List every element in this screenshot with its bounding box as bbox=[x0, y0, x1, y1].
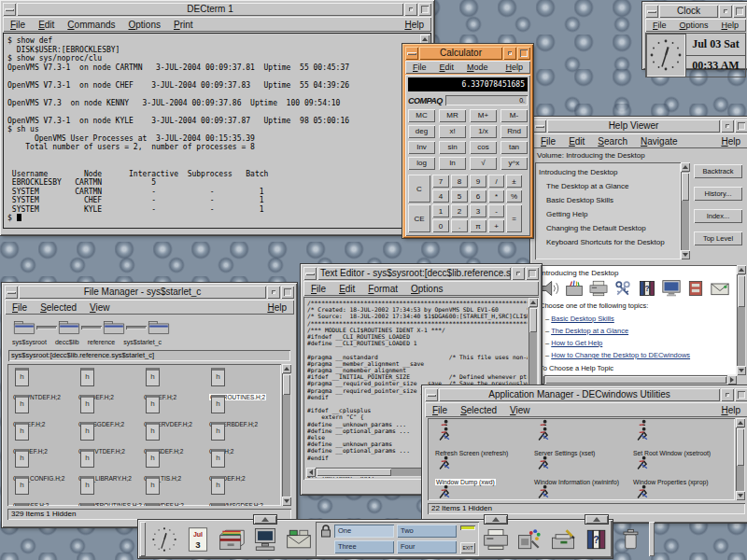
calc-key-π[interactable]: π bbox=[470, 219, 486, 232]
menu-view[interactable]: View bbox=[510, 405, 530, 415]
calc-key-mc[interactable]: MC bbox=[408, 109, 435, 122]
calc-key-√[interactable]: √ bbox=[470, 157, 497, 170]
folder-icon[interactable] bbox=[147, 319, 171, 336]
terminal-icon[interactable] bbox=[248, 524, 282, 555]
calc-key-inv[interactable]: Inv bbox=[408, 141, 435, 154]
menu-options[interactable]: Options bbox=[680, 21, 709, 30]
file-item[interactable]: hCONVMSGDEF.H;2 bbox=[209, 476, 275, 503]
calc-key-mul[interactable]: * bbox=[488, 189, 504, 203]
minimize-button[interactable] bbox=[719, 5, 732, 18]
minimize-button[interactable] bbox=[404, 3, 417, 16]
calc-key-4[interactable]: 4 bbox=[432, 189, 449, 203]
scroll-down-icon[interactable] bbox=[282, 497, 291, 506]
folder-icon[interactable] bbox=[57, 319, 81, 336]
calc-key-log[interactable]: log bbox=[408, 157, 435, 170]
file-item[interactable]: h bbox=[144, 503, 209, 506]
maximize-button[interactable] bbox=[733, 5, 746, 18]
calc-key-sin[interactable]: sin bbox=[439, 141, 466, 154]
scroll-up-icon[interactable] bbox=[282, 364, 291, 373]
terminal-text[interactable]: $ show def DISK$USER:[EBROCKLESBY] $ sho… bbox=[7, 36, 417, 226]
file-item[interactable]: h bbox=[13, 503, 78, 506]
menu-mode[interactable]: Mode bbox=[467, 63, 488, 72]
file-item[interactable]: hCHPDEF.H;2 bbox=[78, 368, 144, 395]
menu-search[interactable]: Search bbox=[598, 136, 627, 147]
menu-help[interactable]: Help bbox=[721, 136, 740, 147]
app-grid-scrollbar[interactable] bbox=[736, 418, 745, 500]
file-item[interactable]: hCMA_LIBRARY.H;2 bbox=[78, 449, 144, 476]
menu-edit[interactable]: Edit bbox=[339, 284, 355, 294]
calc-key-1/x[interactable]: 1/x bbox=[470, 125, 497, 138]
maximize-button[interactable] bbox=[735, 388, 747, 401]
titlebar[interactable]: DECterm 1 bbox=[3, 3, 431, 16]
scroll-up-icon[interactable] bbox=[529, 298, 538, 307]
terminal-viewport[interactable]: $ show def DISK$USER:[EBROCKLESBY] $ sho… bbox=[3, 33, 431, 229]
file-item[interactable]: hCLIMSGDEF.H;2 bbox=[78, 395, 144, 422]
file-item[interactable]: hCLIVERBDEF.H;2 bbox=[209, 395, 275, 422]
calc-key-m-[interactable]: M- bbox=[500, 109, 528, 122]
menu-commands[interactable]: Commands bbox=[67, 20, 115, 30]
help-books-icon[interactable]: ? bbox=[580, 524, 613, 555]
scrollbar-thumb[interactable] bbox=[317, 469, 391, 476]
calc-key-2[interactable]: 2 bbox=[451, 204, 468, 217]
file-item[interactable]: h bbox=[78, 503, 144, 506]
lock-icon[interactable] bbox=[319, 524, 332, 539]
calc-key-x![interactable]: x! bbox=[439, 125, 466, 138]
calc-key-c[interactable]: C bbox=[408, 175, 430, 203]
file-item[interactable]: hCLIDEF.H;2 bbox=[13, 395, 78, 422]
file-item[interactable]: hCIADEF.H;2 bbox=[144, 368, 209, 395]
window-menu-button[interactable] bbox=[5, 286, 18, 299]
menu-file[interactable]: File bbox=[541, 136, 556, 147]
menu-navigate[interactable]: Navigate bbox=[641, 136, 677, 147]
calc-key-6[interactable]: 6 bbox=[470, 189, 486, 203]
application-item[interactable] bbox=[534, 418, 633, 426]
help-link[interactable]: How to Get Help bbox=[551, 339, 602, 347]
menu-selected[interactable]: Selected bbox=[40, 302, 77, 313]
calendar-icon[interactable]: Jul3 bbox=[181, 524, 215, 555]
menu-file[interactable]: File bbox=[413, 63, 427, 72]
subpanel-arrow-icon[interactable] bbox=[254, 515, 276, 524]
calc-key-plus[interactable]: + bbox=[488, 219, 504, 232]
menu-file[interactable]: File bbox=[10, 20, 25, 30]
panel-handle-right[interactable] bbox=[649, 522, 655, 556]
menu-file[interactable]: File bbox=[12, 302, 27, 313]
calc-key-minus[interactable]: - bbox=[488, 204, 504, 217]
menu-help[interactable]: Help bbox=[721, 21, 739, 30]
minimize-button[interactable] bbox=[267, 286, 280, 299]
calc-key-percent[interactable]: % bbox=[506, 189, 522, 203]
folder-icon[interactable] bbox=[102, 319, 126, 336]
menu-options[interactable]: Options bbox=[129, 20, 161, 30]
application-item[interactable] bbox=[633, 418, 732, 426]
menu-selected[interactable]: Selected bbox=[460, 405, 497, 415]
exit-button[interactable]: EXIT bbox=[460, 542, 475, 553]
calc-key-y^x[interactable]: y^x bbox=[500, 157, 528, 170]
window-menu-button[interactable] bbox=[533, 119, 546, 133]
application-item[interactable]: X Server Information (xdpyinfo) bbox=[534, 483, 633, 500]
file-grid-scrollbar[interactable] bbox=[282, 364, 291, 506]
maximize-button[interactable] bbox=[526, 267, 539, 280]
scrollbar-thumb[interactable] bbox=[283, 374, 290, 395]
calc-key-rnd[interactable]: Rnd bbox=[500, 125, 528, 138]
help-topic-item[interactable]: The Desktop at a Glance bbox=[539, 179, 677, 193]
calc-key-div[interactable]: / bbox=[488, 175, 504, 188]
maximize-button[interactable] bbox=[735, 119, 747, 133]
trash-icon[interactable] bbox=[613, 524, 647, 555]
minimize-button[interactable] bbox=[721, 119, 734, 133]
content-hscrollbar[interactable] bbox=[535, 375, 737, 385]
menu-edit[interactable]: Edit bbox=[38, 20, 54, 30]
clock-icon[interactable] bbox=[148, 524, 181, 555]
scroll-left-icon[interactable] bbox=[306, 468, 316, 477]
minimize-button[interactable] bbox=[512, 267, 525, 280]
help-topic-item[interactable]: Introducing the Desktop bbox=[539, 165, 677, 179]
menu-help[interactable]: Help bbox=[404, 20, 424, 30]
scroll-up-icon[interactable] bbox=[736, 418, 745, 427]
file-item[interactable]: hCONV$ROUTINES.H;2 bbox=[78, 476, 144, 503]
scroll-down-icon[interactable] bbox=[681, 250, 690, 259]
help-link[interactable]: Basic Desktop Skills bbox=[551, 315, 614, 323]
workspace-button-four[interactable]: Four bbox=[397, 540, 457, 553]
calc-key-m+[interactable]: M+ bbox=[470, 109, 497, 122]
menu-edit[interactable]: Edit bbox=[569, 136, 585, 147]
app-drawer-icon[interactable] bbox=[546, 524, 580, 555]
menu-format[interactable]: Format bbox=[368, 284, 398, 294]
file-item[interactable]: hCMA_TIS.H;2 bbox=[144, 449, 209, 476]
application-item[interactable]: Window Undump (xwud) bbox=[435, 483, 534, 500]
